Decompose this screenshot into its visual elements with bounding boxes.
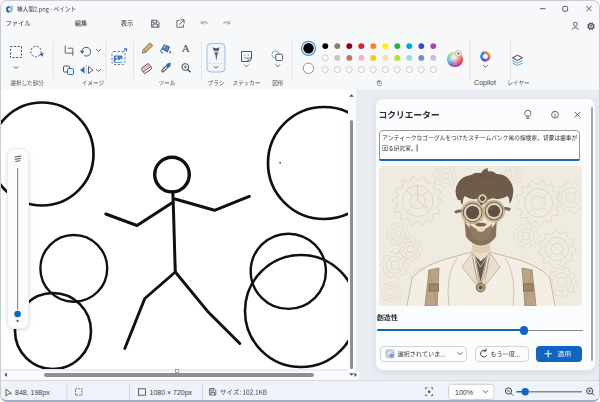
svg-text:A: A bbox=[182, 42, 190, 54]
svg-text:1080 × 720px: 1080 × 720px bbox=[150, 389, 193, 397]
svg-text:Copilot: Copilot bbox=[474, 79, 496, 87]
svg-text:848, 198px: 848, 198px bbox=[15, 389, 50, 397]
svg-text:100%: 100% bbox=[455, 389, 473, 396]
